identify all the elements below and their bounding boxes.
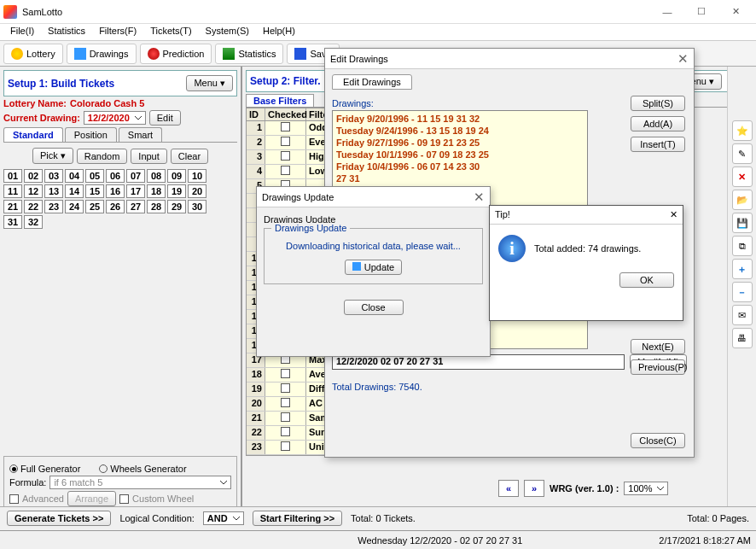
drawing-line[interactable]: Friday 9/27/1996 - 09 19 21 23 25 <box>336 137 584 149</box>
menu-statistics[interactable]: Statistics <box>41 24 92 40</box>
filter-checkbox[interactable] <box>281 151 290 161</box>
start-filtering-button[interactable]: Start Filtering >> <box>253 511 342 526</box>
toolbar-statistics[interactable]: Statistics <box>215 44 283 64</box>
wrg-prev-button[interactable]: « <box>498 480 519 497</box>
pick-button[interactable]: Pick ▾ <box>32 148 73 164</box>
tip-close-icon[interactable]: ✕ <box>670 209 677 220</box>
logical-condition-select[interactable]: AND <box>203 511 244 525</box>
number-12[interactable]: 12 <box>24 184 43 198</box>
arrange-button[interactable]: Arrange <box>67 491 116 506</box>
toolbar-lottery[interactable]: Lottery <box>3 44 63 64</box>
delete-icon[interactable]: ✕ <box>732 166 753 187</box>
filter-checkbox[interactable] <box>281 427 290 436</box>
copy-icon[interactable]: ⧉ <box>732 236 753 256</box>
split-button[interactable]: Split(S) <box>631 96 685 111</box>
number-30[interactable]: 30 <box>188 200 206 213</box>
edit-drawing-button[interactable]: Edit <box>149 110 181 126</box>
menu-filters[interactable]: Filters(F) <box>92 24 143 40</box>
number-25[interactable]: 25 <box>85 200 104 213</box>
maximize-button[interactable]: ☐ <box>684 0 718 24</box>
number-31[interactable]: 31 <box>3 215 22 229</box>
number-17[interactable]: 17 <box>126 184 145 198</box>
number-14[interactable]: 14 <box>65 184 84 198</box>
add-button[interactable]: Add(A) <box>631 116 685 131</box>
menu-file[interactable]: File(I) <box>3 24 41 40</box>
advanced-checkbox[interactable] <box>9 494 19 504</box>
clear-button[interactable]: Clear <box>171 149 208 164</box>
update-close-button[interactable]: Close <box>344 300 404 315</box>
number-01[interactable]: 01 <box>3 169 22 183</box>
minimize-button[interactable]: — <box>650 0 684 24</box>
filter-checkbox[interactable] <box>281 441 290 451</box>
number-13[interactable]: 13 <box>44 184 63 198</box>
number-09[interactable]: 09 <box>167 169 186 183</box>
drawing-line[interactable]: Friday 9/20/1996 - 11 15 19 31 32 <box>336 113 584 125</box>
menu-help[interactable]: Help(H) <box>256 24 302 40</box>
plus-icon[interactable]: ＋ <box>732 259 753 279</box>
full-generator-radio[interactable]: Full Generator <box>9 464 80 474</box>
number-07[interactable]: 07 <box>126 169 145 183</box>
number-21[interactable]: 21 <box>3 200 22 213</box>
close-c-button[interactable]: Close(C) <box>631 433 685 448</box>
input-button[interactable]: Input <box>131 149 166 164</box>
drawing-line[interactable]: Tuesday 10/1/1996 - 07 09 18 23 25 <box>336 149 584 161</box>
number-11[interactable]: 11 <box>3 184 22 198</box>
open-icon[interactable]: 📂 <box>732 190 753 210</box>
number-24[interactable]: 24 <box>65 200 84 213</box>
tab-standard[interactable]: Standard <box>3 127 63 142</box>
number-20[interactable]: 20 <box>188 184 206 198</box>
edit-drawings-tab[interactable]: Edit Drawings <box>332 74 412 90</box>
update-button[interactable]: Update <box>345 260 402 275</box>
filter-checkbox[interactable] <box>281 398 290 407</box>
number-27[interactable]: 27 <box>126 200 145 213</box>
number-15[interactable]: 15 <box>85 184 104 198</box>
random-button[interactable]: Random <box>77 149 128 164</box>
number-23[interactable]: 23 <box>44 200 63 213</box>
previous-button[interactable]: Previous(P) <box>631 359 685 375</box>
number-26[interactable]: 26 <box>106 200 125 213</box>
update-win-close-icon[interactable]: ✕ <box>474 190 485 205</box>
number-28[interactable]: 28 <box>147 200 166 213</box>
drawing-line[interactable]: Friday 10/4/1996 - 06 07 14 23 30 <box>336 161 584 172</box>
filter-checkbox[interactable] <box>281 412 290 422</box>
wand-icon[interactable]: ✎ <box>732 143 753 164</box>
current-drawing-select[interactable]: 12/2/2020 <box>84 111 146 125</box>
mail-icon[interactable]: ✉ <box>732 305 753 325</box>
minus-icon[interactable]: － <box>732 282 753 302</box>
edit-drawings-close-icon[interactable]: ✕ <box>677 51 689 67</box>
star-icon[interactable]: ⭐ <box>732 120 753 141</box>
filter-checkbox[interactable] <box>281 383 290 393</box>
wrg-zoom-select[interactable]: 100% <box>624 482 668 495</box>
tab-position[interactable]: Position <box>65 127 117 142</box>
menu-tickets[interactable]: Tickets(T) <box>143 24 198 40</box>
number-32[interactable]: 32 <box>24 215 43 229</box>
drawing-line[interactable]: Tuesday 9/24/1996 - 13 15 18 19 24 <box>336 125 584 137</box>
wheels-generator-radio[interactable]: Wheels Generator <box>99 464 186 474</box>
number-16[interactable]: 16 <box>106 184 125 198</box>
close-button[interactable]: ✕ <box>718 0 753 24</box>
number-08[interactable]: 08 <box>147 169 166 183</box>
formula-select[interactable]: if 6 match 5 <box>49 476 231 489</box>
generate-tickets-button[interactable]: Generate Tickets >> <box>7 511 111 526</box>
insert-button[interactable]: Insert(T) <box>631 137 685 152</box>
filter-checkbox[interactable] <box>281 122 290 131</box>
number-03[interactable]: 03 <box>44 169 63 183</box>
wrg-next-button[interactable]: » <box>524 480 544 497</box>
filter-checkbox[interactable] <box>281 137 290 146</box>
toolbar-prediction[interactable]: Prediction <box>140 44 212 64</box>
toolbar-drawings[interactable]: Drawings <box>67 44 137 64</box>
disk-icon[interactable]: 💾 <box>732 213 753 233</box>
number-10[interactable]: 10 <box>188 169 206 183</box>
number-18[interactable]: 18 <box>147 184 166 198</box>
tab-smart[interactable]: Smart <box>119 127 162 142</box>
filter-checkbox[interactable] <box>281 369 290 378</box>
number-06[interactable]: 06 <box>106 169 125 183</box>
setup1-menu-button[interactable]: Menu ▾ <box>186 75 233 91</box>
number-02[interactable]: 02 <box>24 169 43 183</box>
print-icon[interactable]: 🖶 <box>732 328 753 348</box>
number-04[interactable]: 04 <box>65 169 84 183</box>
number-19[interactable]: 19 <box>167 184 186 198</box>
number-29[interactable]: 29 <box>167 200 186 213</box>
base-filters-tab[interactable]: Base Filters <box>246 94 314 107</box>
drawing-line[interactable]: 27 31 <box>336 172 584 184</box>
